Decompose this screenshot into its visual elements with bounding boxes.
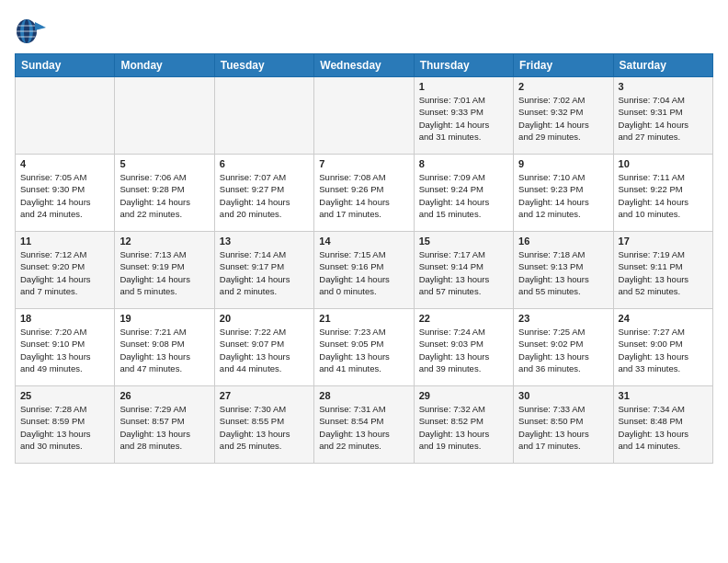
day-cell: 15Sunrise: 7:17 AM Sunset: 9:14 PM Dayli… xyxy=(414,232,513,309)
day-number: 7 xyxy=(319,158,408,169)
day-info: Sunrise: 7:32 AM Sunset: 8:52 PM Dayligh… xyxy=(419,403,508,452)
weekday-tuesday: Tuesday xyxy=(214,54,313,77)
day-cell: 24Sunrise: 7:27 AM Sunset: 9:00 PM Dayli… xyxy=(613,309,712,386)
day-number: 23 xyxy=(518,313,608,324)
day-cell: 12Sunrise: 7:13 AM Sunset: 9:19 PM Dayli… xyxy=(115,232,214,309)
day-number: 3 xyxy=(619,81,708,92)
day-cell: 18Sunrise: 7:20 AM Sunset: 9:10 PM Dayli… xyxy=(16,309,115,386)
day-number: 14 xyxy=(319,236,408,247)
day-number: 1 xyxy=(419,81,508,92)
logo-icon xyxy=(15,15,48,48)
day-info: Sunrise: 7:24 AM Sunset: 9:03 PM Dayligh… xyxy=(419,326,508,374)
day-number: 27 xyxy=(220,390,309,401)
day-number: 12 xyxy=(119,236,209,247)
day-info: Sunrise: 7:04 AM Sunset: 9:31 PM Dayligh… xyxy=(619,94,708,143)
day-number: 4 xyxy=(20,158,109,169)
day-cell: 10Sunrise: 7:11 AM Sunset: 9:22 PM Dayli… xyxy=(613,155,712,232)
day-info: Sunrise: 7:34 AM Sunset: 8:48 PM Dayligh… xyxy=(619,403,708,452)
day-info: Sunrise: 7:12 AM Sunset: 9:20 PM Dayligh… xyxy=(20,248,109,297)
day-number: 9 xyxy=(518,158,608,169)
week-row-3: 11Sunrise: 7:12 AM Sunset: 9:20 PM Dayli… xyxy=(16,232,713,309)
day-info: Sunrise: 7:09 AM Sunset: 9:24 PM Dayligh… xyxy=(419,171,508,220)
day-cell: 3Sunrise: 7:04 AM Sunset: 9:31 PM Daylig… xyxy=(613,77,712,155)
day-info: Sunrise: 7:11 AM Sunset: 9:22 PM Dayligh… xyxy=(619,171,708,220)
day-info: Sunrise: 7:23 AM Sunset: 9:05 PM Dayligh… xyxy=(319,326,408,374)
weekday-monday: Monday xyxy=(115,54,214,77)
week-row-4: 18Sunrise: 7:20 AM Sunset: 9:10 PM Dayli… xyxy=(16,309,713,386)
day-number: 21 xyxy=(319,313,408,324)
logo xyxy=(15,15,51,48)
day-number: 15 xyxy=(419,236,508,247)
day-number: 22 xyxy=(419,313,508,324)
day-info: Sunrise: 7:33 AM Sunset: 8:50 PM Dayligh… xyxy=(518,403,608,452)
day-number: 29 xyxy=(419,390,508,401)
day-cell: 5Sunrise: 7:06 AM Sunset: 9:28 PM Daylig… xyxy=(115,155,214,232)
day-number: 16 xyxy=(518,236,608,247)
day-cell: 7Sunrise: 7:08 AM Sunset: 9:26 PM Daylig… xyxy=(314,155,414,232)
day-info: Sunrise: 7:31 AM Sunset: 8:54 PM Dayligh… xyxy=(319,403,408,452)
day-cell xyxy=(314,77,414,155)
day-number: 5 xyxy=(119,158,209,169)
day-number: 19 xyxy=(119,313,209,324)
day-number: 8 xyxy=(419,158,508,169)
day-cell: 4Sunrise: 7:05 AM Sunset: 9:30 PM Daylig… xyxy=(16,155,115,232)
day-number: 24 xyxy=(619,313,708,324)
day-info: Sunrise: 7:02 AM Sunset: 9:32 PM Dayligh… xyxy=(518,94,608,143)
day-info: Sunrise: 7:17 AM Sunset: 9:14 PM Dayligh… xyxy=(419,248,508,297)
weekday-friday: Friday xyxy=(514,54,613,77)
day-cell: 25Sunrise: 7:28 AM Sunset: 8:59 PM Dayli… xyxy=(16,386,115,464)
weekday-sunday: Sunday xyxy=(16,54,115,77)
week-row-2: 4Sunrise: 7:05 AM Sunset: 9:30 PM Daylig… xyxy=(16,155,713,232)
day-info: Sunrise: 7:01 AM Sunset: 9:33 PM Dayligh… xyxy=(419,94,508,143)
day-number: 13 xyxy=(220,236,309,247)
day-number: 28 xyxy=(319,390,408,401)
day-info: Sunrise: 7:21 AM Sunset: 9:08 PM Dayligh… xyxy=(119,326,209,374)
header xyxy=(15,11,713,48)
day-cell: 30Sunrise: 7:33 AM Sunset: 8:50 PM Dayli… xyxy=(514,386,613,464)
day-info: Sunrise: 7:10 AM Sunset: 9:23 PM Dayligh… xyxy=(518,171,608,220)
day-info: Sunrise: 7:18 AM Sunset: 9:13 PM Dayligh… xyxy=(518,248,608,297)
day-cell: 17Sunrise: 7:19 AM Sunset: 9:11 PM Dayli… xyxy=(613,232,712,309)
day-cell xyxy=(214,77,313,155)
day-number: 18 xyxy=(20,313,109,324)
weekday-thursday: Thursday xyxy=(414,54,513,77)
calendar-table: SundayMondayTuesdayWednesdayThursdayFrid… xyxy=(15,53,713,464)
day-number: 30 xyxy=(518,390,608,401)
day-cell: 1Sunrise: 7:01 AM Sunset: 9:33 PM Daylig… xyxy=(414,77,513,155)
day-info: Sunrise: 7:08 AM Sunset: 9:26 PM Dayligh… xyxy=(319,171,408,220)
day-cell: 19Sunrise: 7:21 AM Sunset: 9:08 PM Dayli… xyxy=(115,309,214,386)
day-cell: 8Sunrise: 7:09 AM Sunset: 9:24 PM Daylig… xyxy=(414,155,513,232)
weekday-header-row: SundayMondayTuesdayWednesdayThursdayFrid… xyxy=(16,54,713,77)
day-cell: 27Sunrise: 7:30 AM Sunset: 8:55 PM Dayli… xyxy=(214,386,313,464)
day-number: 2 xyxy=(518,81,608,92)
day-number: 20 xyxy=(220,313,309,324)
day-info: Sunrise: 7:13 AM Sunset: 9:19 PM Dayligh… xyxy=(119,248,209,297)
day-cell xyxy=(16,77,115,155)
page: SundayMondayTuesdayWednesdayThursdayFrid… xyxy=(0,0,728,471)
day-cell: 16Sunrise: 7:18 AM Sunset: 9:13 PM Dayli… xyxy=(514,232,613,309)
day-info: Sunrise: 7:28 AM Sunset: 8:59 PM Dayligh… xyxy=(20,403,109,452)
day-number: 10 xyxy=(619,158,708,169)
day-info: Sunrise: 7:25 AM Sunset: 9:02 PM Dayligh… xyxy=(518,326,608,374)
day-info: Sunrise: 7:30 AM Sunset: 8:55 PM Dayligh… xyxy=(220,403,309,452)
week-row-1: 1Sunrise: 7:01 AM Sunset: 9:33 PM Daylig… xyxy=(16,77,713,155)
weekday-saturday: Saturday xyxy=(613,54,712,77)
day-number: 17 xyxy=(619,236,708,247)
week-row-5: 25Sunrise: 7:28 AM Sunset: 8:59 PM Dayli… xyxy=(16,386,713,464)
day-info: Sunrise: 7:19 AM Sunset: 9:11 PM Dayligh… xyxy=(619,248,708,297)
day-info: Sunrise: 7:22 AM Sunset: 9:07 PM Dayligh… xyxy=(220,326,309,374)
day-cell: 28Sunrise: 7:31 AM Sunset: 8:54 PM Dayli… xyxy=(314,386,414,464)
weekday-wednesday: Wednesday xyxy=(314,54,414,77)
day-info: Sunrise: 7:06 AM Sunset: 9:28 PM Dayligh… xyxy=(119,171,209,220)
day-number: 6 xyxy=(220,158,309,169)
day-number: 31 xyxy=(619,390,708,401)
day-cell: 26Sunrise: 7:29 AM Sunset: 8:57 PM Dayli… xyxy=(115,386,214,464)
day-cell xyxy=(115,77,214,155)
day-cell: 14Sunrise: 7:15 AM Sunset: 9:16 PM Dayli… xyxy=(314,232,414,309)
day-cell: 9Sunrise: 7:10 AM Sunset: 9:23 PM Daylig… xyxy=(514,155,613,232)
day-number: 11 xyxy=(20,236,109,247)
day-info: Sunrise: 7:14 AM Sunset: 9:17 PM Dayligh… xyxy=(220,248,309,297)
day-cell: 31Sunrise: 7:34 AM Sunset: 8:48 PM Dayli… xyxy=(613,386,712,464)
day-info: Sunrise: 7:07 AM Sunset: 9:27 PM Dayligh… xyxy=(220,171,309,220)
day-cell: 11Sunrise: 7:12 AM Sunset: 9:20 PM Dayli… xyxy=(16,232,115,309)
